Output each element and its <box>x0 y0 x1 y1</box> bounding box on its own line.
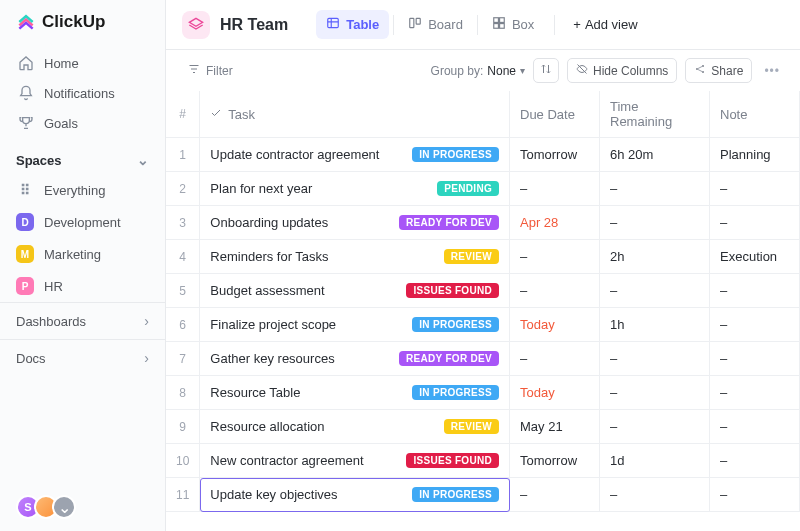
due-cell[interactable]: Tomorrow <box>510 444 600 478</box>
col-due[interactable]: Due Date <box>510 91 600 138</box>
due-cell[interactable]: Tomorrow <box>510 138 600 172</box>
status-badge[interactable]: IN PROGRESS <box>412 317 499 332</box>
note-cell[interactable]: – <box>710 274 800 308</box>
view-tab-board[interactable]: Board <box>398 10 473 39</box>
task-cell[interactable]: Update key objectivesIN PROGRESS <box>200 478 510 512</box>
task-cell[interactable]: Budget assessmentISSUES FOUND <box>200 274 510 308</box>
due-cell[interactable]: – <box>510 274 600 308</box>
status-badge[interactable]: ISSUES FOUND <box>406 283 499 298</box>
time-cell[interactable]: – <box>600 342 710 376</box>
sidebar-item-development[interactable]: DDevelopment <box>0 206 165 238</box>
divider <box>393 15 394 35</box>
status-badge[interactable]: REVIEW <box>444 249 499 264</box>
table-row[interactable]: 5Budget assessmentISSUES FOUND––– <box>166 274 800 308</box>
sidebar-row-dashboards[interactable]: Dashboards› <box>0 302 165 339</box>
add-view-button[interactable]: + Add view <box>565 11 645 38</box>
filter-button[interactable]: Filter <box>182 59 239 82</box>
task-cell[interactable]: Onboarding updatesREADY FOR DEV <box>200 206 510 240</box>
due-cell[interactable]: Today <box>510 308 600 342</box>
time-cell[interactable]: 1h <box>600 308 710 342</box>
col-time[interactable]: Time Remaining <box>600 91 710 138</box>
task-cell[interactable]: Update contractor agreementIN PROGRESS <box>200 138 510 172</box>
task-name: Resource Table <box>210 385 300 400</box>
col-task[interactable]: Task <box>200 91 510 138</box>
view-tab-box[interactable]: Box <box>482 10 544 39</box>
col-num[interactable]: # <box>166 91 200 138</box>
due-cell[interactable]: May 21 <box>510 410 600 444</box>
share-button[interactable]: Share <box>685 58 752 83</box>
time-cell[interactable]: – <box>600 172 710 206</box>
due-cell[interactable]: – <box>510 342 600 376</box>
status-badge[interactable]: PENDING <box>437 181 499 196</box>
task-cell[interactable]: Reminders for TasksREVIEW <box>200 240 510 274</box>
hide-columns-button[interactable]: Hide Columns <box>567 58 677 83</box>
sidebar-item-hr[interactable]: PHR <box>0 270 165 302</box>
task-cell[interactable]: Resource TableIN PROGRESS <box>200 376 510 410</box>
filter-icon <box>188 63 200 78</box>
sidebar-item-everything[interactable]: ⠿ Everything <box>0 174 165 206</box>
table-row[interactable]: 3Onboarding updatesREADY FOR DEVApr 28–– <box>166 206 800 240</box>
space-label: Marketing <box>44 247 101 262</box>
time-cell[interactable]: – <box>600 376 710 410</box>
table-row[interactable]: 2Plan for next yearPENDING––– <box>166 172 800 206</box>
time-cell[interactable]: – <box>600 274 710 308</box>
avatar-stack[interactable]: S ⌄ <box>0 483 165 531</box>
note-cell[interactable]: – <box>710 410 800 444</box>
task-cell[interactable]: New contractor agreementISSUES FOUND <box>200 444 510 478</box>
status-badge[interactable]: ISSUES FOUND <box>406 453 499 468</box>
note-cell[interactable]: – <box>710 172 800 206</box>
note-cell[interactable]: – <box>710 308 800 342</box>
nav-item-notifications[interactable]: Notifications <box>8 78 157 108</box>
note-cell[interactable]: Planning <box>710 138 800 172</box>
spaces-header[interactable]: Spaces ⌄ <box>0 142 165 174</box>
table-row[interactable]: 1Update contractor agreementIN PROGRESST… <box>166 138 800 172</box>
status-badge[interactable]: REVIEW <box>444 419 499 434</box>
logo[interactable]: ClickUp <box>0 0 165 44</box>
task-cell[interactable]: Resource allocationREVIEW <box>200 410 510 444</box>
nav-item-goals[interactable]: Goals <box>8 108 157 138</box>
col-note[interactable]: Note <box>710 91 800 138</box>
time-cell[interactable]: – <box>600 410 710 444</box>
note-cell[interactable]: – <box>710 342 800 376</box>
sort-button[interactable] <box>533 58 559 83</box>
table-row[interactable]: 6Finalize project scopeIN PROGRESSToday1… <box>166 308 800 342</box>
eye-off-icon <box>576 63 588 78</box>
note-cell[interactable]: Execution <box>710 240 800 274</box>
table-row[interactable]: 8Resource TableIN PROGRESSToday–– <box>166 376 800 410</box>
avatar-add[interactable]: ⌄ <box>52 495 76 519</box>
time-cell[interactable]: – <box>600 478 710 512</box>
sidebar-item-marketing[interactable]: MMarketing <box>0 238 165 270</box>
note-cell[interactable]: – <box>710 478 800 512</box>
time-cell[interactable]: 2h <box>600 240 710 274</box>
more-button[interactable]: ••• <box>760 60 784 82</box>
due-cell[interactable]: – <box>510 240 600 274</box>
note-cell[interactable]: – <box>710 376 800 410</box>
note-cell[interactable]: – <box>710 444 800 478</box>
nav-item-home[interactable]: Home <box>8 48 157 78</box>
status-badge[interactable]: READY FOR DEV <box>399 351 499 366</box>
note-cell[interactable]: – <box>710 206 800 240</box>
table-row[interactable]: 9Resource allocationREVIEWMay 21–– <box>166 410 800 444</box>
due-cell[interactable]: Apr 28 <box>510 206 600 240</box>
status-badge[interactable]: IN PROGRESS <box>412 147 499 162</box>
time-cell[interactable]: 1d <box>600 444 710 478</box>
table-row[interactable]: 4Reminders for TasksREVIEW–2hExecution <box>166 240 800 274</box>
svg-rect-5 <box>494 24 499 29</box>
time-cell[interactable]: – <box>600 206 710 240</box>
table-row[interactable]: 10New contractor agreementISSUES FOUNDTo… <box>166 444 800 478</box>
status-badge[interactable]: READY FOR DEV <box>399 215 499 230</box>
table-row[interactable]: 7Gather key resourcesREADY FOR DEV––– <box>166 342 800 376</box>
view-tab-table[interactable]: Table <box>316 10 389 39</box>
status-badge[interactable]: IN PROGRESS <box>412 385 499 400</box>
table-row[interactable]: 11Update key objectivesIN PROGRESS––– <box>166 478 800 512</box>
due-cell[interactable]: – <box>510 172 600 206</box>
due-cell[interactable]: – <box>510 478 600 512</box>
time-cell[interactable]: 6h 20m <box>600 138 710 172</box>
due-cell[interactable]: Today <box>510 376 600 410</box>
task-cell[interactable]: Plan for next yearPENDING <box>200 172 510 206</box>
group-by-button[interactable]: Group by: None ▾ <box>431 64 525 78</box>
status-badge[interactable]: IN PROGRESS <box>412 487 499 502</box>
sidebar-row-docs[interactable]: Docs› <box>0 339 165 376</box>
task-cell[interactable]: Gather key resourcesREADY FOR DEV <box>200 342 510 376</box>
task-cell[interactable]: Finalize project scopeIN PROGRESS <box>200 308 510 342</box>
